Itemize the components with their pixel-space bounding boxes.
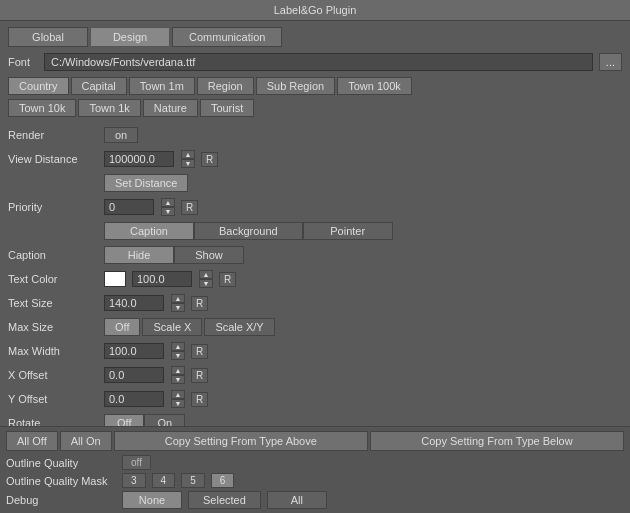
text-size-input[interactable]	[104, 295, 164, 311]
y-offset-up[interactable]: ▲	[171, 390, 185, 399]
text-color-r-button[interactable]: R	[219, 272, 236, 287]
priority-input[interactable]	[104, 199, 154, 215]
font-row: Font ...	[8, 53, 622, 71]
debug-none-button[interactable]: None	[122, 491, 182, 509]
loc-btn-country[interactable]: Country	[8, 77, 69, 95]
text-color-swatch[interactable]	[104, 271, 126, 287]
x-offset-up[interactable]: ▲	[171, 366, 185, 375]
view-distance-r-button[interactable]: R	[201, 152, 218, 167]
text-color-up[interactable]: ▲	[199, 270, 213, 279]
priority-r-button[interactable]: R	[181, 200, 198, 215]
view-distance-label: View Distance	[8, 153, 98, 165]
y-offset-row: Y Offset ▲ ▼ R	[8, 389, 622, 409]
settings-grid: Render on View Distance ▲ ▼ R Set Distan…	[8, 125, 622, 433]
caption-hide-show-group: Hide Show	[104, 246, 244, 264]
y-offset-r-button[interactable]: R	[191, 392, 208, 407]
render-on-button[interactable]: on	[104, 127, 138, 143]
y-offset-down[interactable]: ▼	[171, 399, 185, 408]
font-path-input[interactable]	[44, 53, 593, 71]
text-color-input[interactable]	[132, 271, 192, 287]
caption-tab-pointer[interactable]: Pointer	[303, 222, 393, 240]
max-width-label: Max Width	[8, 345, 98, 357]
caption-tab-caption[interactable]: Caption	[104, 222, 194, 240]
caption-label: Caption	[8, 249, 98, 261]
max-width-row: Max Width ▲ ▼ R	[8, 341, 622, 361]
y-offset-spinner: ▲ ▼	[171, 390, 185, 408]
priority-down[interactable]: ▼	[161, 207, 175, 216]
copy-above-button[interactable]: Copy Setting From Type Above	[114, 431, 368, 451]
loc-btn-capital[interactable]: Capital	[71, 77, 127, 95]
x-offset-row: X Offset ▲ ▼ R	[8, 365, 622, 385]
loc-btn-subregion[interactable]: Sub Region	[256, 77, 336, 95]
render-label: Render	[8, 129, 98, 141]
view-distance-down[interactable]: ▼	[181, 159, 195, 168]
oqm-btn-4[interactable]: 4	[152, 473, 176, 488]
x-offset-r-button[interactable]: R	[191, 368, 208, 383]
loc-btn-region[interactable]: Region	[197, 77, 254, 95]
loc-btn-town100k[interactable]: Town 100k	[337, 77, 412, 95]
max-width-input[interactable]	[104, 343, 164, 359]
caption-subtabs: Caption Background Pointer	[104, 222, 393, 240]
max-size-scalexy-button[interactable]: Scale X/Y	[204, 318, 274, 336]
outline-quality-mask-row: Outline Quality Mask 3 4 5 6	[6, 473, 624, 488]
text-size-r-button[interactable]: R	[191, 296, 208, 311]
tab-design[interactable]: Design	[90, 27, 170, 47]
tab-communication[interactable]: Communication	[172, 27, 282, 47]
priority-spinner: ▲ ▼	[161, 198, 175, 216]
main-tabs: Global Design Communication	[8, 27, 622, 47]
oqm-btn-6[interactable]: 6	[211, 473, 235, 488]
max-size-scalex-button[interactable]: Scale X	[142, 318, 202, 336]
text-size-down[interactable]: ▼	[171, 303, 185, 312]
oqm-btn-3[interactable]: 3	[122, 473, 146, 488]
outline-quality-off-button[interactable]: off	[122, 455, 151, 470]
debug-row: Debug None Selected All	[6, 491, 624, 509]
location-tabs-row1: Country Capital Town 1m Region Sub Regio…	[8, 77, 622, 95]
debug-selected-button[interactable]: Selected	[188, 491, 261, 509]
location-tabs-row2: Town 10k Town 1k Nature Tourist	[8, 99, 622, 117]
loc-btn-tourist[interactable]: Tourist	[200, 99, 254, 117]
x-offset-spinner: ▲ ▼	[171, 366, 185, 384]
caption-hide-button[interactable]: Hide	[104, 246, 174, 264]
loc-btn-town1k[interactable]: Town 1k	[78, 99, 140, 117]
text-color-down[interactable]: ▼	[199, 279, 213, 288]
set-distance-button[interactable]: Set Distance	[104, 174, 188, 192]
render-row: Render on	[8, 125, 622, 145]
all-on-button[interactable]: All On	[60, 431, 112, 451]
title-label: Label&Go Plugin	[274, 4, 357, 16]
loc-btn-town10k[interactable]: Town 10k	[8, 99, 76, 117]
x-offset-input[interactable]	[104, 367, 164, 383]
bottom-buttons-row: All Off All On Copy Setting From Type Ab…	[6, 431, 624, 451]
text-color-row: Text Color ▲ ▼ R	[8, 269, 622, 289]
max-width-r-button[interactable]: R	[191, 344, 208, 359]
debug-all-button[interactable]: All	[267, 491, 327, 509]
loc-btn-town1m[interactable]: Town 1m	[129, 77, 195, 95]
view-distance-row: View Distance ▲ ▼ R	[8, 149, 622, 169]
view-distance-spinner: ▲ ▼	[181, 150, 195, 168]
tab-global[interactable]: Global	[8, 27, 88, 47]
y-offset-input[interactable]	[104, 391, 164, 407]
max-width-up[interactable]: ▲	[171, 342, 185, 351]
caption-tab-background[interactable]: Background	[194, 222, 303, 240]
view-distance-up[interactable]: ▲	[181, 150, 195, 159]
all-off-button[interactable]: All Off	[6, 431, 58, 451]
text-size-spinner: ▲ ▼	[171, 294, 185, 312]
loc-btn-nature[interactable]: Nature	[143, 99, 198, 117]
outline-quality-mask-label: Outline Quality Mask	[6, 475, 116, 487]
max-size-off-button[interactable]: Off	[104, 318, 140, 336]
font-browse-button[interactable]: ...	[599, 53, 622, 71]
copy-below-button[interactable]: Copy Setting From Type Below	[370, 431, 624, 451]
outline-quality-label: Outline Quality	[6, 457, 116, 469]
font-label: Font	[8, 56, 38, 68]
priority-up[interactable]: ▲	[161, 198, 175, 207]
x-offset-down[interactable]: ▼	[171, 375, 185, 384]
outline-quality-row: Outline Quality off	[6, 455, 624, 470]
oqm-btn-5[interactable]: 5	[181, 473, 205, 488]
text-color-spinner: ▲ ▼	[199, 270, 213, 288]
y-offset-label: Y Offset	[8, 393, 98, 405]
text-size-up[interactable]: ▲	[171, 294, 185, 303]
caption-hideshow-row: Caption Hide Show	[8, 245, 622, 265]
max-width-down[interactable]: ▼	[171, 351, 185, 360]
priority-label: Priority	[8, 201, 98, 213]
caption-show-button[interactable]: Show	[174, 246, 244, 264]
view-distance-input[interactable]	[104, 151, 174, 167]
